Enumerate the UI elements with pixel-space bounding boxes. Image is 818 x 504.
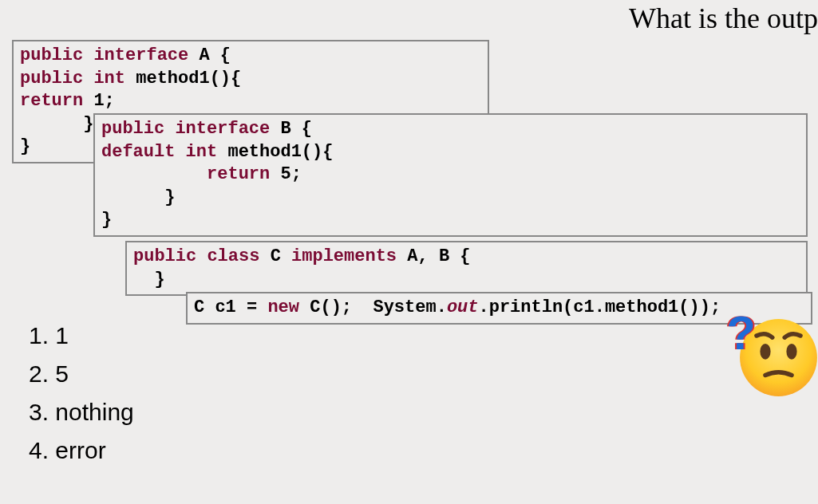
code-text: } [101, 210, 112, 230]
code-text: } [101, 187, 175, 207]
keyword: return [207, 164, 280, 184]
code-text: } [20, 114, 93, 134]
keyword: implements [291, 246, 397, 266]
keyword: default int [101, 142, 217, 162]
code-text: A, B { [397, 246, 470, 266]
question-title: What is the outp [629, 2, 818, 35]
answer-options: 1. 1 2. 5 3. nothing 4. error [29, 322, 134, 475]
keyword: public interface [101, 119, 270, 139]
svg-point-1 [760, 344, 770, 360]
code-block-class-c: public class C implements A, B { } [125, 241, 808, 296]
keyword: new [267, 297, 310, 317]
option-2: 2. 5 [29, 360, 134, 388]
static-field: out [447, 297, 479, 317]
code-text: 5; [280, 164, 301, 184]
question-mark-icon: ? [726, 305, 756, 360]
svg-point-2 [786, 344, 796, 360]
keyword: public int [20, 69, 125, 89]
code-pad [101, 164, 207, 184]
option-3: 3. nothing [29, 399, 134, 426]
code-text: C [259, 246, 291, 266]
code-text: .println(c1.method1()); [478, 297, 721, 317]
code-block-main: C c1 = new C(); System.out.println(c1.me… [186, 292, 812, 325]
code-text: A { [188, 45, 231, 65]
keyword: return [20, 91, 93, 111]
code-text: } [133, 270, 165, 289]
code-block-interface-b: public interface B { default int method1… [93, 113, 808, 237]
keyword: public interface [20, 45, 188, 65]
option-1: 1. 1 [29, 322, 134, 349]
code-text: B { [270, 119, 312, 139]
code-text: C c1 = [194, 297, 267, 317]
code-text: 1; [93, 91, 114, 111]
code-text: method1(){ [217, 142, 333, 162]
code-text: C(); System. [310, 297, 447, 317]
option-4: 4. error [29, 437, 134, 464]
keyword: public class [133, 246, 259, 266]
code-text: method1(){ [125, 69, 241, 89]
code-text: } [20, 136, 30, 156]
